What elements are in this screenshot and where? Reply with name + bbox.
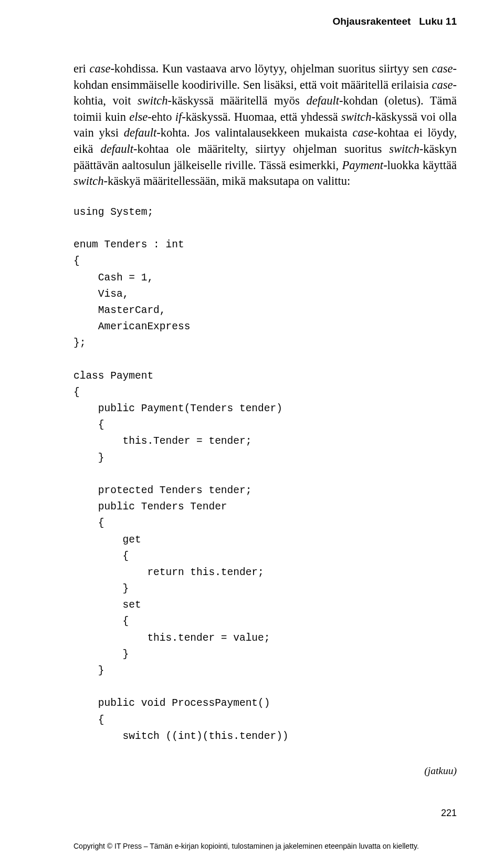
page: Ohjausrakenteet Luku 11 eri case-kohdiss… [0,0,504,866]
italic-run: case [89,62,110,75]
text-run: -käskyä määritellessään, mikä maksutapa … [104,174,351,187]
chapter-label: Luku 11 [419,16,457,27]
code-block: using System; enum Tenders : int { Cash … [74,204,457,745]
text-run: -käskyssä määritellä myös [168,94,307,107]
italic-run: switch [341,110,372,123]
italic-run: Payment [342,159,383,172]
page-number: 221 [441,808,457,819]
text-run: -käskyssä. Huomaa, että yhdessä [182,110,341,123]
text-run: eri [74,62,89,75]
italic-run: case [432,78,453,91]
body-paragraph-1: eri case-kohdissa. Kun vastaava arvo löy… [74,61,457,190]
italic-run: case [432,62,453,75]
italic-run: else [129,110,148,123]
italic-run: default [124,126,157,139]
italic-run: switch [389,142,419,155]
text-run: -ehto [148,110,175,123]
text-run: -kohta. Jos valintalausekkeen mukaista [156,126,352,139]
text-run: -luokka käyttää [383,159,457,172]
continuation-note: (jatkuu) [424,765,457,777]
italic-run: default [101,142,134,155]
italic-run: default [306,94,339,107]
italic-run: switch [138,94,168,107]
text-run: -kohtaa ole määritelty, siirtyy ohjelman… [133,142,389,155]
italic-run: case [352,126,373,139]
running-header: Ohjausrakenteet Luku 11 [74,16,457,27]
italic-run: if [175,110,182,123]
copyright-notice: Copyright © IT Press – Tämän e-kirjan ko… [74,842,419,850]
italic-run: switch [74,174,104,187]
chapter-title: Ohjausrakenteet [332,16,411,27]
text-run: -kohdissa. Kun vastaava arvo löytyy, ohj… [110,62,432,75]
